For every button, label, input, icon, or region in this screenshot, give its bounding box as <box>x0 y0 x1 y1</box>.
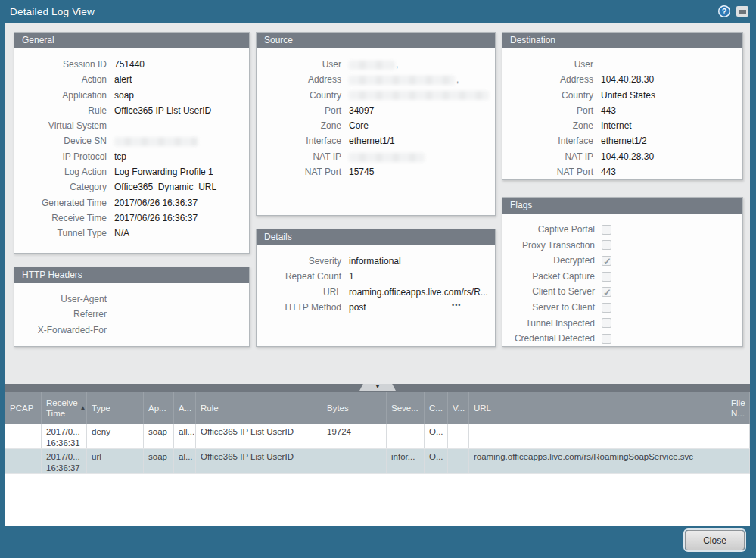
table-header-row: PCAPReceive Time▲TypeAp...A...RuleBytesS… <box>5 392 750 424</box>
table-cell: soap <box>144 424 174 448</box>
table-cell <box>469 424 726 448</box>
field-value: Core <box>349 118 369 133</box>
flag-checkbox[interactable] <box>602 303 611 313</box>
help-icon[interactable]: ? <box>718 5 730 17</box>
field-label: Zone <box>502 118 593 133</box>
flags-panel: Flags Captive PortalProxy TransactionDec… <box>502 197 743 347</box>
field-row: Applicationsoap <box>14 88 249 103</box>
redacted-value-remnant: , <box>396 59 398 70</box>
flag-checkbox[interactable] <box>602 334 611 344</box>
url-expand-ellipsis[interactable]: ••• <box>452 302 461 309</box>
flag-row: Decrypted <box>502 253 742 269</box>
table-cell <box>448 424 469 448</box>
redacted-value <box>349 61 394 70</box>
flag-row: Proxy Transaction <box>502 238 742 254</box>
table-column-header[interactable]: V... <box>448 392 469 424</box>
field-value: 443 <box>601 164 616 179</box>
flag-label: Decrypted <box>502 253 595 269</box>
table-cell: O... <box>425 449 448 473</box>
field-label: Tunnel Type <box>14 226 107 241</box>
field-label: Severity <box>257 254 341 269</box>
field-row: Device SN <box>14 133 249 148</box>
flag-label: Proxy Transaction <box>502 238 595 254</box>
field-row: NAT Port15745 <box>257 164 495 179</box>
flag-row: Tunnel Inspected <box>502 316 742 332</box>
field-value: post <box>349 300 366 315</box>
field-value: United States <box>601 88 655 103</box>
table-column-header[interactable]: Receive Time▲ <box>42 392 87 424</box>
table-column-header[interactable]: Seve... <box>387 392 425 424</box>
field-row: Tunnel TypeN/A <box>14 226 249 241</box>
table-row[interactable]: 2017/0... 16:36:31denysoapall...Office36… <box>5 424 750 449</box>
field-value: 104.40.28.30 <box>601 149 654 164</box>
sort-arrow-icon: ▲ <box>80 404 86 412</box>
table-cell <box>5 424 42 448</box>
table-column-header[interactable]: Bytes <box>322 392 387 424</box>
table-cell <box>726 449 750 473</box>
flag-checkbox[interactable] <box>602 318 611 328</box>
dialog-title: Detailed Log View <box>0 6 95 17</box>
field-row: Session ID751440 <box>14 57 249 72</box>
flag-checkbox[interactable] <box>602 256 611 266</box>
table-cell: Office365 IP List UserID <box>196 449 322 473</box>
flag-checkbox[interactable] <box>602 287 611 297</box>
flags-panel-header: Flags <box>502 198 742 214</box>
field-label: Virtual System <box>14 118 107 133</box>
flag-checkbox[interactable] <box>602 240 611 250</box>
flag-checkbox[interactable] <box>602 225 611 235</box>
flag-row: Credential Detected <box>502 331 742 347</box>
field-value: N/A <box>114 226 129 241</box>
table-cell: soap <box>144 449 174 473</box>
table-cell: url <box>87 449 144 473</box>
window-icon[interactable] <box>736 6 748 17</box>
table-cell: 2017/0... 16:36:37 <box>42 449 87 473</box>
field-label: HTTP Method <box>257 300 341 315</box>
column-label: Bytes <box>327 403 349 413</box>
panel-table-splitter[interactable]: ▼ <box>5 384 750 392</box>
table-row[interactable]: 2017/0... 16:36:37urlsoapal...Office365 … <box>5 449 750 474</box>
field-value: , <box>349 72 459 87</box>
field-row: Actionalert <box>14 72 249 87</box>
column-label: V... <box>453 403 465 413</box>
title-bar: Detailed Log View ? <box>0 0 756 23</box>
flag-checkbox[interactable] <box>602 272 611 282</box>
splitter-collapse-arrow-icon[interactable]: ▼ <box>359 384 396 391</box>
table-body: 2017/0... 16:36:31denysoapall...Office36… <box>5 424 750 474</box>
general-panel-header: General <box>14 33 249 48</box>
field-row: NAT IP104.40.28.30 <box>502 149 742 164</box>
column-label: Receive Time <box>46 397 78 419</box>
table-column-header[interactable]: Ap... <box>144 392 174 424</box>
flag-row: Server to Client <box>502 300 742 316</box>
table-column-header[interactable]: Type <box>87 392 144 424</box>
field-row: Generated Time2017/06/26 16:36:37 <box>14 195 249 210</box>
field-row: Port443 <box>502 103 742 118</box>
field-label: Session ID <box>14 57 107 72</box>
field-value: 443 <box>601 103 616 118</box>
flag-row: Captive Portal <box>502 222 742 238</box>
field-row: ZoneCore <box>257 118 495 133</box>
field-label: Receive Time <box>14 210 107 226</box>
table-column-header[interactable]: URL <box>469 392 726 424</box>
destination-panel: Destination UserAddress104.40.28.30Count… <box>502 32 743 180</box>
redacted-value <box>349 91 489 100</box>
field-label: Application <box>14 88 107 103</box>
table-cell: al... <box>174 449 196 473</box>
field-label: Repeat Count <box>257 269 341 284</box>
table-column-header[interactable]: A... <box>174 392 196 424</box>
field-label: IP Protocol <box>14 149 107 164</box>
table-cell: all... <box>174 424 196 448</box>
detailed-log-view-dialog: Detailed Log View ? General Session ID75… <box>0 0 756 558</box>
table-cell: deny <box>87 424 144 448</box>
close-button[interactable]: Close <box>685 530 745 550</box>
flag-row: Packet Capture <box>502 269 742 285</box>
field-value: 751440 <box>114 57 145 72</box>
column-label: Type <box>92 403 110 413</box>
table-column-header[interactable]: C... <box>425 392 448 424</box>
frame-right-border <box>750 23 756 526</box>
field-value: tcp <box>114 149 126 164</box>
table-column-header[interactable]: PCAP <box>5 392 42 424</box>
field-value: roaming.officeapps.live.com/rs/R... <box>349 285 488 300</box>
table-column-header[interactable]: Rule <box>196 392 322 424</box>
table-column-header[interactable]: File N... <box>726 392 750 424</box>
source-panel: Source User,Address,CountryPort34097Zone… <box>256 32 496 216</box>
